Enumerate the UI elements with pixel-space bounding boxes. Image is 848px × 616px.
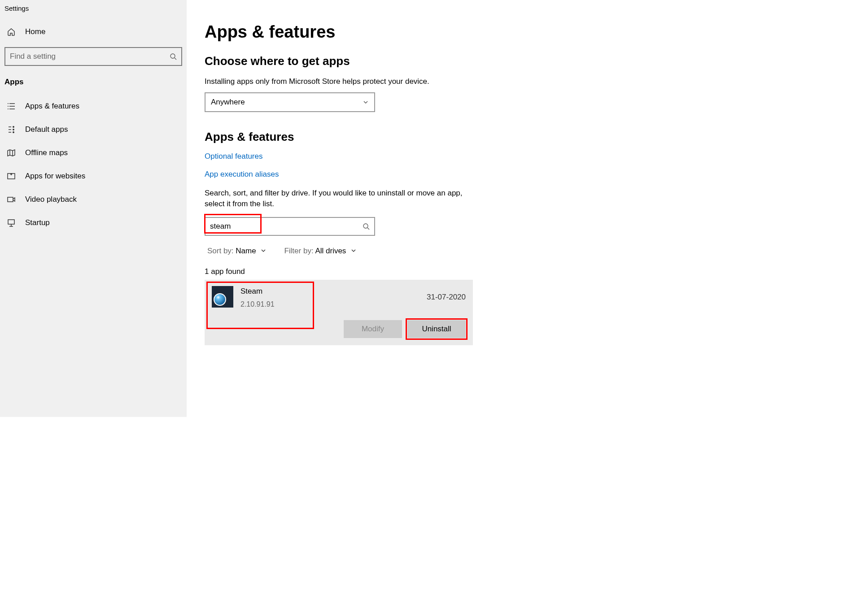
svg-line-2 xyxy=(175,58,176,60)
startup-icon xyxy=(6,218,16,227)
video-playback-icon xyxy=(6,195,16,204)
nav-home-label: Home xyxy=(25,27,45,36)
svg-rect-18 xyxy=(8,197,13,202)
found-count: 1 app found xyxy=(205,267,552,276)
uninstall-button[interactable]: Uninstall xyxy=(407,320,466,338)
svg-point-0 xyxy=(170,54,175,58)
sidebar-item-label: Video playback xyxy=(25,195,77,204)
app-search-input[interactable] xyxy=(210,222,363,231)
sidebar-search[interactable] xyxy=(4,47,182,66)
sidebar-item-apps-features[interactable]: Apps & features xyxy=(0,95,187,118)
svg-point-14 xyxy=(13,132,14,133)
choose-heading: Choose where to get apps xyxy=(205,54,552,68)
window-title: Settings xyxy=(0,3,187,20)
choose-desc: Installing apps only from Microsoft Stor… xyxy=(205,76,483,87)
sidebar-item-label: Offline maps xyxy=(25,148,68,157)
apps-features-icon xyxy=(6,102,16,111)
sidebar-item-offline-maps[interactable]: Offline maps xyxy=(0,141,187,165)
filter-by-label: Filter by: xyxy=(284,247,313,255)
nav-home[interactable]: Home xyxy=(0,20,187,43)
home-icon xyxy=(6,27,16,36)
app-card[interactable]: Steam 2.10.91.91 31-07-2020 Modify Unins… xyxy=(205,280,473,345)
modify-button[interactable]: Modify xyxy=(344,320,402,338)
search-icon xyxy=(363,223,370,230)
search-icon xyxy=(170,53,177,60)
sort-by-label: Sort by: xyxy=(207,247,234,255)
sidebar-search-input[interactable] xyxy=(10,52,170,61)
chevron-down-icon xyxy=(363,99,369,105)
sidebar-item-video-playback[interactable]: Video playback xyxy=(0,188,187,211)
apps-websites-icon xyxy=(6,172,16,181)
sidebar: Settings Home Apps Apps & features Defa xyxy=(0,0,187,417)
sidebar-section: Apps xyxy=(0,74,187,95)
svg-point-22 xyxy=(363,224,368,228)
sidebar-item-label: Apps for websites xyxy=(25,172,85,181)
link-execution-aliases[interactable]: App execution aliases xyxy=(205,170,552,179)
app-name: Steam xyxy=(240,287,427,296)
af-desc: Search, sort, and filter by drive. If yo… xyxy=(205,188,483,209)
svg-line-1 xyxy=(171,54,175,58)
link-optional-features[interactable]: Optional features xyxy=(205,152,552,161)
sidebar-item-label: Apps & features xyxy=(25,102,79,111)
svg-point-12 xyxy=(13,126,14,127)
chevron-down-icon xyxy=(261,248,266,255)
source-dropdown[interactable]: Anywhere xyxy=(205,92,375,112)
af-heading: Apps & features xyxy=(205,130,552,144)
page-title: Apps & features xyxy=(205,22,552,42)
steam-app-icon xyxy=(212,286,233,308)
source-selected: Anywhere xyxy=(211,98,245,107)
sidebar-item-startup[interactable]: Startup xyxy=(0,211,187,234)
app-version: 2.10.91.91 xyxy=(240,300,427,308)
sort-by-value: Name xyxy=(236,247,256,255)
filter-by-value: All drives xyxy=(315,247,346,255)
chevron-down-icon xyxy=(351,248,356,255)
sidebar-item-label: Startup xyxy=(25,218,50,227)
sort-by[interactable]: Sort by: Name xyxy=(207,247,266,256)
main-content: Apps & features Choose where to get apps… xyxy=(187,0,574,417)
sidebar-item-default-apps[interactable]: Default apps xyxy=(0,118,187,141)
default-apps-icon xyxy=(6,125,16,134)
app-search[interactable] xyxy=(205,217,375,236)
svg-line-23 xyxy=(367,228,369,230)
svg-point-13 xyxy=(13,129,14,130)
offline-maps-icon xyxy=(6,148,16,157)
app-date: 31-07-2020 xyxy=(427,293,466,302)
sidebar-item-apps-websites[interactable]: Apps for websites xyxy=(0,165,187,188)
filter-by[interactable]: Filter by: All drives xyxy=(284,247,356,256)
sidebar-item-label: Default apps xyxy=(25,125,68,134)
svg-rect-19 xyxy=(8,220,14,224)
